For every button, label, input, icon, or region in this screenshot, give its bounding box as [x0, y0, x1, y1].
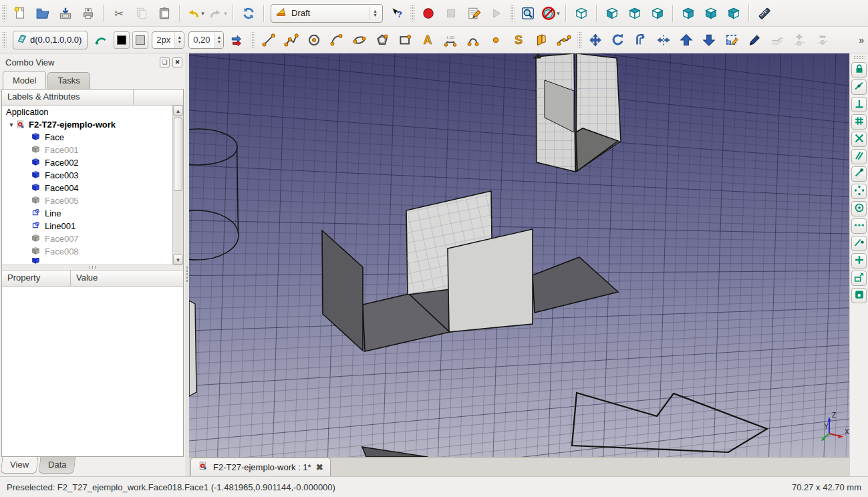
draft-trimex-button[interactable]: [767, 30, 787, 50]
tree-item-partial[interactable]: [2, 258, 172, 264]
draft-bezier-button[interactable]: [554, 30, 574, 50]
tree-item-face003[interactable]: Face003: [2, 169, 172, 182]
toolbar-grip[interactable]: [577, 32, 582, 48]
view-left-button[interactable]: [724, 3, 744, 23]
draft-arc-button[interactable]: [327, 30, 347, 50]
apply-style-button[interactable]: [227, 30, 247, 50]
scroll-thumb[interactable]: [174, 118, 182, 191]
snap-center-button[interactable]: [851, 201, 867, 216]
dropdown-caret-icon[interactable]: ▾: [224, 10, 227, 17]
save-button[interactable]: [55, 3, 76, 23]
tree-item-face007[interactable]: Face007: [2, 232, 172, 245]
close-document-icon[interactable]: ✖: [316, 462, 323, 472]
tree-item-face001[interactable]: Face001: [2, 144, 172, 156]
draft-mirror-button[interactable]: [654, 30, 674, 50]
tree-item-face005[interactable]: Face005: [2, 194, 172, 207]
print-button[interactable]: [78, 3, 98, 23]
view-top-button[interactable]: [625, 3, 645, 23]
snap-angle-button[interactable]: [851, 184, 867, 199]
toolbar-grip[interactable]: [2, 5, 7, 21]
draft-dimension-button[interactable]: 1.00: [440, 30, 460, 50]
tree-item-line[interactable]: Line: [2, 207, 172, 220]
copy-button[interactable]: [132, 3, 152, 23]
workbench-selector[interactable]: Draft▲▼: [271, 4, 383, 23]
tree-item-application[interactable]: Application: [2, 106, 172, 118]
draft-bspline-button[interactable]: [463, 30, 483, 50]
document-tab[interactable]: F2-T27-ejemplo-work : 1* ✖: [190, 458, 331, 476]
construction-mode-toggle[interactable]: [91, 30, 111, 50]
snap-ortho-button[interactable]: [851, 253, 867, 269]
scale-spinbox[interactable]: 0,20▲▼: [188, 31, 224, 49]
undo-button[interactable]: ▾: [185, 3, 205, 23]
view-front-button[interactable]: [602, 3, 622, 23]
measure-button[interactable]: [754, 3, 774, 23]
draw-style-button[interactable]: ▾: [541, 3, 561, 23]
tab-view[interactable]: View: [1, 457, 39, 474]
snap-grid-button[interactable]: [851, 114, 867, 130]
toolbar-grip[interactable]: [2, 32, 7, 48]
draft-edit-button[interactable]: [744, 30, 764, 50]
line-width-spinbox[interactable]: 2px▲▼: [152, 31, 184, 49]
macro-edit-button[interactable]: [464, 3, 484, 23]
tree-item-face008[interactable]: Face008: [2, 245, 172, 258]
view-right-button[interactable]: [647, 3, 668, 23]
redo-button[interactable]: ▾: [208, 3, 228, 23]
snap-endpoint-button[interactable]: [851, 166, 867, 182]
toolbar-grip[interactable]: [251, 32, 255, 48]
draft-point-button[interactable]: [486, 30, 506, 50]
tree-item-face002[interactable]: Face002: [2, 156, 172, 169]
tree-item-face[interactable]: Face: [2, 131, 172, 144]
cut-button[interactable]: ✂: [109, 3, 129, 23]
scroll-down-button[interactable]: ▼: [173, 255, 183, 265]
snap-lock-button[interactable]: [851, 62, 867, 77]
whats-this-button[interactable]: ?: [387, 3, 407, 23]
snap-intersection-button[interactable]: [851, 132, 867, 147]
zoom-fit-button[interactable]: [518, 3, 538, 23]
spin-arrows[interactable]: ▲▼: [214, 32, 224, 48]
toolbar-grip[interactable]: [853, 55, 865, 59]
toolbar-grip[interactable]: [510, 5, 515, 21]
snap-perpendicular-button[interactable]: [851, 97, 867, 112]
tree-item-f2-t27-ejemplo-work[interactable]: ▼F2-T27-ejemplo-work: [2, 118, 172, 131]
draft-scale-button[interactable]: [722, 30, 742, 50]
snap-extension-button[interactable]: [851, 218, 867, 234]
3d-viewport[interactable]: Z X Y: [189, 53, 849, 457]
working-plane-button[interactable]: d(0.0,1.0,0.0): [13, 31, 88, 49]
draft-addpoint-button[interactable]: [790, 30, 810, 50]
snap-special-button[interactable]: [851, 271, 867, 286]
float-panel-button[interactable]: ❏: [160, 57, 170, 67]
view-bottom-button[interactable]: [701, 3, 721, 23]
tab-tasks[interactable]: Tasks: [47, 72, 90, 89]
tab-data[interactable]: Data: [39, 457, 76, 474]
tree-property-splitter[interactable]: [2, 265, 183, 271]
expander-icon[interactable]: ▼: [7, 122, 15, 128]
spin-arrows[interactable]: ▲▼: [174, 32, 184, 48]
draft-move-button[interactable]: [585, 30, 605, 50]
tree-item-face004[interactable]: Face004: [2, 182, 172, 194]
combo-spinner[interactable]: ▲▼: [369, 7, 381, 20]
draft-ellipse-button[interactable]: [349, 30, 370, 50]
tree-scrollbar[interactable]: ▲ ▼: [172, 106, 183, 265]
draft-offset-button[interactable]: [631, 30, 651, 50]
draft-downgrade-button[interactable]: [699, 30, 719, 50]
draft-rectangle-button[interactable]: [395, 30, 415, 50]
draft-shapestring-button[interactable]: S: [509, 30, 529, 50]
draft-facebinder-button[interactable]: [531, 30, 551, 50]
macro-record-button[interactable]: [418, 3, 438, 23]
view-rear-button[interactable]: [678, 3, 698, 23]
snap-near-button[interactable]: [851, 236, 867, 251]
close-panel-button[interactable]: ✖: [172, 57, 182, 67]
paste-button[interactable]: [154, 3, 174, 23]
draft-rotate-button[interactable]: [608, 30, 628, 50]
toolbar-overflow-button[interactable]: »: [859, 35, 864, 45]
draft-delpoint-button[interactable]: [813, 30, 833, 50]
face-plate-left-edge[interactable]: [189, 301, 196, 396]
tree-item-line001[interactable]: Line001: [2, 220, 172, 232]
snap-parallel-button[interactable]: [851, 149, 867, 164]
property-editor-area[interactable]: [2, 287, 183, 456]
line-color-swatch[interactable]: [114, 31, 130, 49]
tab-model[interactable]: Model: [3, 71, 46, 89]
draft-line-button[interactable]: [259, 30, 279, 50]
draft-upgrade-button[interactable]: [676, 30, 696, 50]
face-color-swatch[interactable]: [132, 31, 148, 49]
